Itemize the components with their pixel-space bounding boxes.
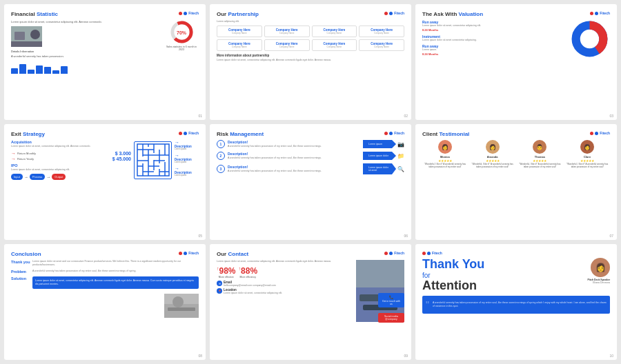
slide9-top: Thank You for Attention 👩 Pitch Deck Spe… xyxy=(422,258,610,293)
slide8-logo: Fitech xyxy=(384,251,404,255)
metric2-value: 88% xyxy=(241,266,257,276)
client2-quote: "Wonderful, I like it!" A wonderful sere… xyxy=(470,163,515,169)
slide9-bottom: " A wonderful serenity has taken possess… xyxy=(422,296,610,314)
slide4-return-monthly: → Return Monthly $ 3.000 xyxy=(11,151,131,156)
slide4-ipo-text: Lorem ipsum dolor sit amet, consectetur … xyxy=(11,168,131,172)
slide7-image xyxy=(164,294,199,318)
slide7-label2: Problem xyxy=(11,270,30,274)
svg-rect-31 xyxy=(168,307,195,311)
slide9-quote-text: A wonderful serenity has taken possessio… xyxy=(433,301,607,308)
slide5-box2: Lorem ipsum dolor xyxy=(363,152,396,160)
bar6 xyxy=(52,70,59,74)
slide4-left: Acquisition Lorem ipsum dolor sit amet, … xyxy=(11,140,131,180)
slide7-label1: Thank you xyxy=(11,260,30,267)
slide7-header: Conclusion Fitech xyxy=(11,251,199,257)
slide8-metric2: ↑ 88% More efficiency xyxy=(239,266,258,279)
location-val: Lorem ipsum dolor sit amet, consectetur … xyxy=(224,292,282,294)
slide4-number: 05 xyxy=(198,234,202,238)
client4-avatar: 👩 xyxy=(580,140,594,154)
slide1-body-text: Lorem ipsum dolor sit amet, consectetur … xyxy=(11,20,161,24)
slide3-item1-text: Lorem ipsum dolor sit amet, consectetur … xyxy=(422,24,566,28)
slide4-desc1: → Description Lorem ipsum xyxy=(175,140,199,151)
slide1-details-text: A wonderful serenity has taken possessio… xyxy=(11,54,161,59)
metric1-value: 98% xyxy=(219,266,236,276)
slide6-header: Client Testimonial Fitech xyxy=(422,131,610,137)
arrow-right-3: → xyxy=(175,166,199,171)
slide5-text3: Description! A wonderful serenity has ta… xyxy=(228,165,360,173)
slide4-desc2: → Description Lorem ipsum xyxy=(175,153,199,164)
company7-sub: Company Name xyxy=(315,46,355,48)
slide4-monthly-value: $ 3.000 xyxy=(115,151,131,156)
arrow-icon-yearly: → xyxy=(11,156,16,161)
slide7-solution-box: Lorem ipsum dolor sit amet, consectetur … xyxy=(32,276,199,289)
bar1 xyxy=(11,68,18,74)
client1-quote: "Wonderful, I like it!" A wonderful sere… xyxy=(422,163,468,169)
slide1-bars xyxy=(11,60,161,74)
email-val: hellocompany@email.com company@email.com xyxy=(224,284,276,287)
logo-dot-blue-3 xyxy=(595,12,598,15)
slide2-logo-text: Fitech xyxy=(394,11,404,15)
slide3-item1: Run away Lorem ipsum dolor sit amet, con… xyxy=(422,20,566,32)
slide3-left: Run away Lorem ipsum dolor sit amet, con… xyxy=(422,20,566,59)
slide8-right: 📞 Get in touch with us Social media @com… xyxy=(356,260,404,323)
bar4 xyxy=(36,65,43,74)
logo-dot-blue-8 xyxy=(389,252,393,255)
slide3-title: The Ask With Valuation xyxy=(422,11,483,17)
slide5-icon1: 📷 xyxy=(397,141,404,148)
slide5-items: 1 Description! A wonderful serenity has … xyxy=(217,140,404,174)
slide4-acquisition: Acquisition Lorem ipsum dolor sit amet, … xyxy=(11,140,131,148)
client1-avatar: 👩 xyxy=(438,140,452,154)
company4-sub: Company Name xyxy=(362,32,402,34)
slide3-logo: Fitech xyxy=(590,11,610,15)
slide8-header: Our Contact Fitech xyxy=(217,251,404,257)
slide9-speaker: 👩 Pitch Deck Speaker Eliana Denesna xyxy=(588,258,611,284)
slide-financial-statistic: Financial Statistic Fitech Lorem ipsum d… xyxy=(4,4,206,120)
logo-dot-blue-7 xyxy=(184,252,187,255)
slide2-companies-grid: Company Here Company Name Company Here C… xyxy=(217,26,404,51)
slide3-donut-svg xyxy=(571,20,609,58)
slide7-text1: Lorem ipsum dolor sit amet and our conse… xyxy=(32,260,199,267)
slide4-right: → Description Lorem ipsum → Description … xyxy=(175,140,199,180)
slide4-flow-process[interactable]: Process xyxy=(30,174,45,180)
company-6: Company Here Company Name xyxy=(264,39,310,51)
slide1-left: Lorem ipsum dolor sit amet, consectetur … xyxy=(11,20,161,74)
slide9-title-block: Thank You for Attention xyxy=(422,258,584,293)
logo-dot-red xyxy=(179,12,182,15)
slide7-items: Thank you Lorem ipsum dolor sit amet and… xyxy=(11,260,199,289)
slide8-contacts: ✉ Email hellocompany@email.com company@e… xyxy=(217,281,353,294)
slide4-desc3: → Description Lorem ipsum xyxy=(175,166,199,177)
slide7-img-wrap xyxy=(11,292,199,318)
company8-sub: Company Name xyxy=(362,46,402,48)
client-clare: 👩 Clare ★★★★★ "Wonderful, I like it!" A … xyxy=(564,140,610,169)
slide1-sales-label: Sales statistics in 6 month in 2023 xyxy=(164,46,199,51)
slide9-thank-text: Thank You xyxy=(422,257,484,271)
slide3-item3-text: Lorem ipsum. xyxy=(422,48,566,52)
company3-sub: Company Name xyxy=(315,32,355,34)
slide5-item1-text: A wonderful serenity has taken possessio… xyxy=(228,145,360,148)
slide5-item2-title: Description! xyxy=(228,152,360,156)
slide4-desc3-text: Lorem ipsum xyxy=(175,174,199,177)
slides-grid: Financial Statistic Fitech Lorem ipsum d… xyxy=(0,0,621,364)
slide5-icon2: 📁 xyxy=(397,153,404,159)
slide3-content: Run away Lorem ipsum dolor sit amet, con… xyxy=(422,20,610,59)
slide8-left: Lorem ipsum dolor sit amet, consectetur … xyxy=(217,260,353,323)
client3-avatar: 👨 xyxy=(533,140,546,154)
client-monica: 👩 Monica ★★★★★ "Wonderful, I like it!" A… xyxy=(422,140,468,169)
slide5-number: 06 xyxy=(404,234,408,238)
slide7-solution: Solution Lorem ipsum dolor sit amet, con… xyxy=(11,276,199,289)
slide-partnership: Our Partnership Fitech Lorem adipiscing … xyxy=(210,4,411,120)
slide3-number: 03 xyxy=(609,114,613,118)
bar3 xyxy=(28,70,34,74)
bar7 xyxy=(61,66,68,74)
phone-icon: 📞 xyxy=(381,295,402,299)
slide9-attention-text: Attention xyxy=(422,279,477,292)
slide4-flow-output[interactable]: Output xyxy=(52,174,66,180)
slide4-flow-input[interactable]: Input xyxy=(11,174,23,180)
slide4-acquisition-text: Lorem ipsum dolor sit amet, consectetur … xyxy=(11,145,131,148)
slide5-text2: Description! A wonderful serenity has ta… xyxy=(228,152,360,160)
slide9-title-wrap: Thank You for Attention xyxy=(422,258,584,293)
slide6-title-highlight: Testimonial xyxy=(439,131,469,137)
logo-dot-red-9 xyxy=(422,252,426,255)
slide4-return-yearly: → Return Yearly $ 45.000 xyxy=(11,156,131,161)
slide3-item3-value: 8.24 Months xyxy=(422,52,566,56)
